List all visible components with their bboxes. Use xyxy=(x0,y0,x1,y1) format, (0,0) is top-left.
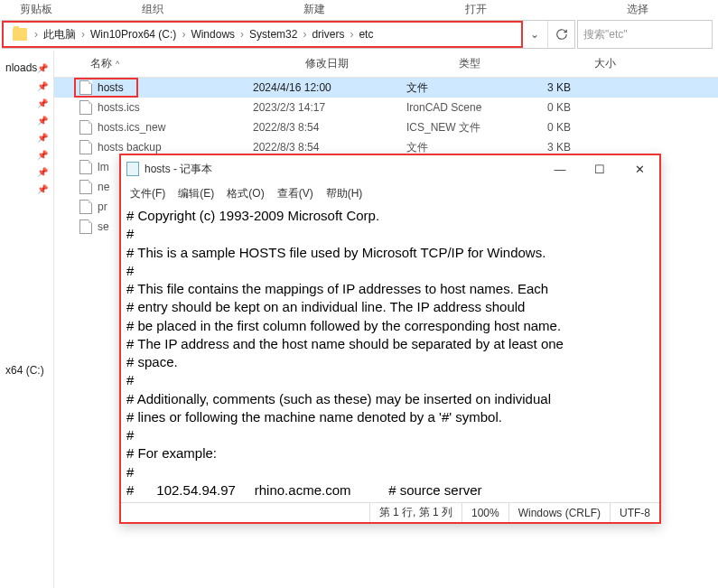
menu-file[interactable]: 文件(F) xyxy=(125,184,171,203)
chevron-right-icon[interactable]: › xyxy=(301,28,308,41)
file-icon xyxy=(79,120,92,135)
notepad-window[interactable]: hosts - 记事本 — ☐ ✕ 文件(F) 编辑(E) 格式(O) 查看(V… xyxy=(119,154,661,524)
chevron-right-icon[interactable]: › xyxy=(348,28,355,41)
menu-format[interactable]: 格式(O) xyxy=(221,184,269,203)
nav-drive[interactable]: x64 (C:) xyxy=(0,360,53,380)
pin-icon: 📌 xyxy=(37,167,48,177)
file-type: 文件 xyxy=(406,80,515,96)
highlight-box: hosts xyxy=(74,78,138,98)
file-icon xyxy=(79,219,92,234)
column-date[interactable]: 修改日期 xyxy=(298,51,452,77)
file-date: 2022/8/3 8:54 xyxy=(253,141,406,154)
column-size[interactable]: 大小 xyxy=(560,51,623,77)
refresh-icon xyxy=(555,28,568,41)
pin-icon: 📌 xyxy=(37,98,48,108)
breadcrumb-part[interactable]: Windows xyxy=(187,28,238,41)
minimize-button[interactable]: — xyxy=(540,155,580,182)
file-date: 2022/8/3 8:54 xyxy=(253,121,406,134)
nav-item[interactable]: 📌 xyxy=(0,95,53,112)
ribbon-section-select: 选择 xyxy=(556,2,718,17)
chevron-right-icon[interactable]: › xyxy=(79,28,87,41)
file-name: hosts.ics xyxy=(98,101,140,114)
file-row[interactable]: hosts.ics2023/2/3 14:17IronCAD Scene0 KB xyxy=(54,98,718,117)
sort-indicator-icon: ^ xyxy=(116,60,119,69)
file-date: 2023/2/3 14:17 xyxy=(253,101,406,114)
pin-icon: 📌 xyxy=(37,116,48,126)
file-row[interactable]: hosts.ics_new2022/8/3 8:54ICS_NEW 文件0 KB xyxy=(54,117,718,137)
chevron-right-icon[interactable]: › xyxy=(238,28,246,41)
pin-icon: 📌 xyxy=(37,81,48,91)
file-row[interactable]: hosts2024/4/16 12:00文件3 KB xyxy=(54,78,718,98)
file-name: se xyxy=(98,220,109,233)
notepad-menubar[interactable]: 文件(F) 编辑(E) 格式(O) 查看(V) 帮助(H) xyxy=(121,182,659,205)
notepad-icon xyxy=(126,162,139,176)
address-bar[interactable]: › 此电脑 › Win10Prox64 (C:) › Windows › Sys… xyxy=(2,20,575,49)
menu-help[interactable]: 帮助(H) xyxy=(321,184,368,203)
nav-item[interactable]: nloads📌 xyxy=(0,58,53,78)
status-eol: Windows (CRLF) xyxy=(508,503,610,522)
file-size: 3 KB xyxy=(515,81,578,94)
pin-icon: 📌 xyxy=(37,184,48,194)
file-name: hosts backup xyxy=(98,141,162,154)
nav-item[interactable]: 📌 xyxy=(0,181,53,198)
file-date: 2024/4/16 12:00 xyxy=(253,81,406,94)
pin-icon: 📌 xyxy=(37,133,48,143)
nav-item[interactable]: 📌 xyxy=(0,129,53,146)
menu-edit[interactable]: 编辑(E) xyxy=(173,184,219,203)
nav-item[interactable]: 📌 xyxy=(0,163,53,181)
status-position: 第 1 行, 第 1 列 xyxy=(369,503,462,522)
ribbon-section-new: 新建 xyxy=(234,2,396,17)
breadcrumb-part[interactable]: 此电脑 xyxy=(40,27,79,42)
file-icon xyxy=(79,200,92,214)
nav-item[interactable]: 📌 xyxy=(0,78,53,95)
ribbon-section-clipboard: 剪贴板 xyxy=(0,2,72,17)
notepad-title: hosts - 记事本 xyxy=(145,162,540,177)
notepad-textarea[interactable]: # Copyright (c) 1993-2009 Microsoft Corp… xyxy=(121,205,659,502)
breadcrumb-part[interactable]: etc xyxy=(355,28,377,41)
file-name: hosts.ics_new xyxy=(98,121,165,134)
nav-item[interactable]: 📌 xyxy=(0,146,53,163)
file-name: ne xyxy=(98,181,109,193)
search-placeholder: 搜索"etc" xyxy=(583,27,628,42)
folder-icon xyxy=(13,28,27,41)
nav-item[interactable]: 📌 xyxy=(0,112,53,129)
file-size: 3 KB xyxy=(515,141,578,154)
file-name: hosts xyxy=(98,81,124,94)
file-name: lm xyxy=(98,161,109,173)
close-button[interactable]: ✕ xyxy=(620,155,659,182)
column-type[interactable]: 类型 xyxy=(452,51,560,77)
file-icon xyxy=(79,160,92,174)
pin-icon: 📌 xyxy=(37,63,48,73)
file-type: 文件 xyxy=(406,140,515,155)
file-icon xyxy=(79,180,92,194)
search-input[interactable]: 搜索"etc" xyxy=(577,20,713,49)
menu-view[interactable]: 查看(V) xyxy=(272,184,319,203)
file-name: pr xyxy=(98,201,107,213)
status-encoding: UTF-8 xyxy=(610,503,659,522)
file-icon xyxy=(79,140,92,154)
notepad-titlebar[interactable]: hosts - 记事本 — ☐ ✕ xyxy=(121,155,659,182)
breadcrumb[interactable]: › 此电脑 › Win10Prox64 (C:) › Windows › Sys… xyxy=(2,21,523,48)
ribbon-tabs: 剪贴板 组织 新建 打开 选择 xyxy=(0,0,718,18)
breadcrumb-part[interactable]: System32 xyxy=(246,28,301,41)
address-dropdown[interactable]: ⌄ xyxy=(522,28,547,41)
column-name[interactable]: 名称^ xyxy=(54,51,298,77)
ribbon-section-open: 打开 xyxy=(396,2,557,17)
pin-icon: 📌 xyxy=(37,150,48,160)
status-zoom: 100% xyxy=(462,503,508,522)
file-icon xyxy=(79,80,92,95)
file-type: ICS_NEW 文件 xyxy=(406,120,515,135)
column-headers[interactable]: 名称^ 修改日期 类型 大小 xyxy=(54,51,718,78)
chevron-right-icon[interactable]: › xyxy=(33,28,40,41)
file-size: 0 KB xyxy=(515,121,578,134)
file-icon xyxy=(79,100,92,115)
file-type: IronCAD Scene xyxy=(406,101,515,114)
chevron-right-icon[interactable]: › xyxy=(180,28,187,41)
maximize-button[interactable]: ☐ xyxy=(580,155,620,182)
refresh-button[interactable] xyxy=(547,21,574,48)
ribbon-section-organize: 组织 xyxy=(72,2,234,17)
navigation-pane[interactable]: nloads📌 📌 📌 📌 📌 📌 📌 📌 x64 (C:) xyxy=(0,51,54,588)
breadcrumb-part[interactable]: Win10Prox64 (C:) xyxy=(87,28,180,41)
breadcrumb-part[interactable]: drivers xyxy=(308,28,348,41)
file-size: 0 KB xyxy=(515,101,578,114)
